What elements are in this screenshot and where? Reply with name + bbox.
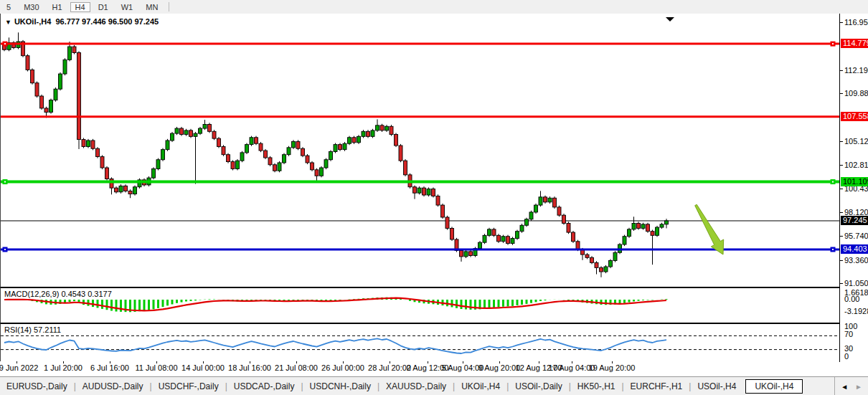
timeframe-button-m30[interactable]: M30 [19, 2, 44, 12]
price-axis[interactable]: 116.950112.190109.880105.120102.810100.4… [839, 14, 868, 361]
price-tick [840, 93, 843, 94]
chart-tab-usdcad-daily[interactable]: USDCAD-,Daily [227, 379, 301, 394]
price-tick-label: 91.050 [844, 279, 868, 287]
tab-scroll-nav: ◄► [834, 377, 868, 395]
chart-tab-usoil-daily[interactable]: USOil-,Daily [509, 379, 568, 394]
support-line-green-price-badge: 101.109 [841, 177, 868, 186]
time-axis[interactable]: 29 Jun 20221 Jul 20:006 Jul 16:0011 Jul … [0, 361, 839, 376]
time-axis-label: 11 Jul 08:00 [135, 363, 177, 372]
time-axis-label: 29 Jun 2022 [0, 363, 38, 372]
rsi-indicator-panel: RSI(14) 57.2111 [0, 323, 840, 362]
chart-tab-ukoil-h4[interactable]: UKOil-,H4 [455, 379, 506, 394]
time-axis-label: 1 Jul 20:00 [44, 363, 82, 372]
current-bar-marker-icon [666, 17, 674, 22]
indicator-scale-label: 0.00 [844, 295, 859, 303]
price-tick-label: 95.740 [844, 232, 868, 240]
price-tick [840, 212, 843, 213]
time-axis-label: 19 Aug 20:00 [589, 363, 636, 372]
tab-scroll-right-icon[interactable]: ► [855, 383, 862, 391]
time-axis-label: 26 Jul 00:00 [321, 363, 364, 372]
current-price-line-price-badge: 97.245 [841, 216, 868, 225]
chart-tab-xauusd-daily[interactable]: XAUUSD-,Daily [379, 379, 453, 394]
timeframe-button-h4[interactable]: H4 [70, 2, 90, 12]
indicator-scale-label: 70 [844, 330, 853, 338]
timeframe-toolbar: 5M30H1H4D1W1MN [0, 0, 868, 14]
timeframe-button-d1[interactable]: D1 [93, 2, 113, 12]
macd-indicator-panel: MACD(12,26,9) 0.4543 0.3177 [0, 287, 840, 323]
timeframe-button-w1[interactable]: W1 [116, 2, 138, 12]
price-tick-label: 93.360 [844, 256, 868, 265]
macd-label: MACD(12,26,9) 0.4543 0.3177 [4, 290, 112, 298]
price-tick [840, 283, 843, 284]
price-tick-label: 112.190 [844, 66, 868, 75]
price-tick-label: 109.880 [844, 89, 868, 97]
price-tick-label: 102.810 [844, 161, 868, 169]
time-axis-label: 6 Jul 16:00 [90, 363, 129, 372]
chart-tab-bar: EURUSD-,Daily|AUDUSD-,Daily|USDCHF-,Dail… [0, 376, 868, 395]
price-tick-label: 105.120 [844, 137, 868, 146]
indicator-scale-label: 0 [844, 352, 849, 361]
price-tick [840, 236, 843, 237]
price-tick [840, 70, 843, 71]
chart-tab-audusd-daily[interactable]: AUDUSD-,Daily [76, 379, 150, 394]
timeframe-button-5[interactable]: 5 [1, 2, 16, 12]
price-tick [840, 22, 843, 23]
resistance-line-lower-price-badge: 107.558 [841, 112, 868, 121]
chart-tab-hk50-h1[interactable]: HK50-,H1 [571, 379, 622, 394]
indicator-scale-label: -3.1928 [844, 307, 868, 315]
candlestick-chart [1, 14, 840, 286]
timeframe-button-mn[interactable]: MN [141, 2, 163, 12]
time-axis-label: 21 Jul 08:00 [275, 363, 318, 372]
price-tick-label: 116.950 [844, 18, 868, 27]
tab-scroll-left-icon[interactable]: ◄ [841, 383, 848, 391]
toolbar-separator [169, 2, 169, 11]
chart-tab-usoil-h4[interactable]: USOil-,H4 [691, 379, 742, 394]
rsi-line [4, 338, 666, 353]
chart-tab-eurchf-h1[interactable]: EURCHF-,H1 [624, 379, 689, 394]
main-chart-panel: ▼UKOil-,H4 96.777 97.446 96.500 97.245 [0, 14, 840, 287]
macd-plot [1, 288, 840, 321]
time-axis-label: 9 Aug 20:00 [478, 363, 521, 372]
time-axis-label: 5 Aug 04:00 [442, 363, 484, 372]
time-axis-label: 28 Jul 20:00 [368, 363, 411, 372]
down-arrow-annotation[interactable] [695, 204, 724, 254]
macd-values: 0.4543 0.3177 [61, 290, 111, 298]
rsi-plot [1, 324, 840, 360]
price-tick-label: 98.120 [844, 208, 868, 216]
time-axis-label: 18 Jul 16:00 [228, 363, 271, 372]
chart-tab-usdchf-daily[interactable]: USDCHF-,Daily [152, 379, 225, 394]
chart-ohlc-values: 96.777 97.446 96.500 97.245 [55, 17, 159, 26]
price-tick [840, 260, 843, 261]
candles-layer [3, 32, 669, 277]
chart-tab-usdcnh-daily[interactable]: USDCNH-,Daily [303, 379, 377, 394]
price-tick [840, 189, 843, 189]
chart-tab-eurusd-daily[interactable]: EURUSD-,Daily [0, 379, 74, 394]
chart-title: ▼UKOil-,H4 96.777 97.446 96.500 97.245 [5, 17, 159, 26]
time-axis-label: 14 Jul 00:00 [181, 363, 225, 372]
chart-tab-active[interactable]: UKOil-,H4 [745, 379, 803, 394]
symbol-dropdown-icon[interactable]: ▼ [5, 19, 11, 26]
resistance-line-upper-price-badge: 114.779 [841, 39, 868, 48]
rsi-value: 57.2111 [34, 325, 61, 334]
timeframe-button-h1[interactable]: H1 [47, 2, 67, 12]
chart-symbol: UKOil-,H4 [14, 17, 51, 26]
price-tick [840, 141, 843, 142]
support-line-blue-price-badge: 94.403 [841, 244, 868, 254]
price-tick [840, 165, 843, 166]
rsi-label: RSI(14) 57.2111 [4, 325, 61, 334]
